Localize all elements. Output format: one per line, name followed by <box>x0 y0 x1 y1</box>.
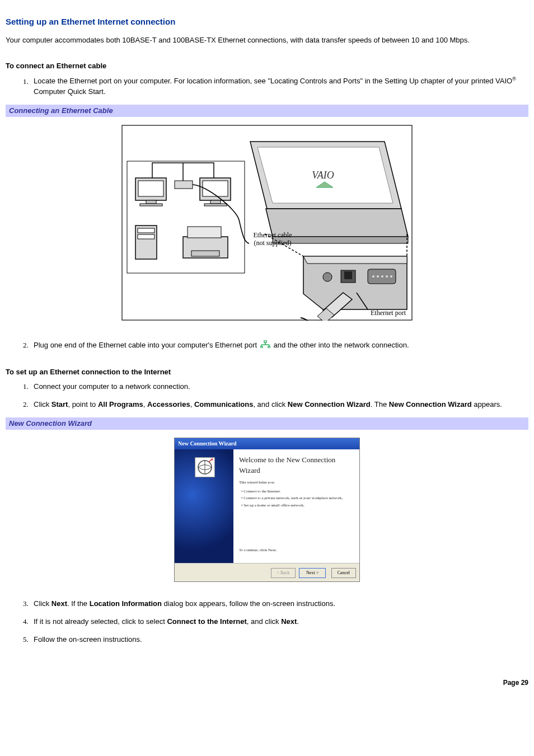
s1-step2-a: Plug one end of the Ethernet cable into … <box>34 341 259 349</box>
svg-text:VAIO: VAIO <box>312 170 334 181</box>
s2-step1: Connect your computer to a network conne… <box>30 382 528 392</box>
svg-text:Ethernet port: Ethernet port <box>371 309 406 317</box>
svg-rect-31 <box>264 340 266 342</box>
s2-step2: Click Start, point to All Programs, Acce… <box>30 400 528 410</box>
figure-wizard: New Connection Wizard Welcome to the New… <box>6 438 528 581</box>
svg-point-21 <box>372 275 374 278</box>
registered-mark: ® <box>512 76 516 82</box>
svg-rect-15 <box>138 228 154 233</box>
page-title: Setting up an Ethernet Internet connecti… <box>6 16 528 27</box>
svg-point-24 <box>386 275 388 278</box>
svg-rect-9 <box>140 204 162 206</box>
page-number: Page 29 <box>6 678 528 688</box>
s2-step5: Follow the on-screen instructions. <box>30 635 528 645</box>
section1-heading: To connect an Ethernet cable <box>6 61 528 71</box>
svg-rect-27 <box>344 271 352 279</box>
svg-rect-12 <box>210 200 221 204</box>
intro-paragraph: Your computer accommodates both 10BASE-T… <box>6 35 528 45</box>
svg-rect-16 <box>138 234 154 239</box>
s1-step2: Plug one end of the Ethernet cable into … <box>30 340 528 351</box>
wizard-helps: This wizard helps you: <box>239 480 354 486</box>
ethernet-port-icon <box>260 340 270 351</box>
wizard-cancel-button[interactable]: Cancel <box>331 568 356 577</box>
s1-step2-b: and the other into the network connectio… <box>273 341 409 349</box>
svg-rect-5 <box>175 181 193 189</box>
svg-point-25 <box>390 275 392 278</box>
svg-rect-18 <box>188 227 221 238</box>
svg-rect-36 <box>260 346 263 348</box>
s1-step1-text-a: Locate the Ethernet port on your compute… <box>34 77 512 86</box>
wizard-back-button[interactable]: < Back <box>271 568 296 577</box>
svg-rect-37 <box>268 346 270 348</box>
svg-rect-7 <box>138 181 163 196</box>
cable-label: Ethernet cable (not supplied) <box>247 231 298 265</box>
svg-rect-8 <box>146 200 156 204</box>
section2-heading: To set up an Ethernet connection to the … <box>6 367 528 377</box>
s1-step1-text-b: Computer Quick Start. <box>34 87 106 96</box>
wizard-next-button[interactable]: Next > <box>299 568 326 577</box>
svg-rect-13 <box>204 204 227 206</box>
svg-rect-11 <box>203 181 228 196</box>
s1-step1: Locate the Ethernet port on your compute… <box>30 76 528 97</box>
wizard-continue: To continue, click Next. <box>239 548 354 553</box>
svg-point-22 <box>377 275 379 278</box>
figure1-caption: Connecting an Ethernet Cable <box>6 105 528 117</box>
figure2-caption: New Connection Wizard <box>6 417 528 430</box>
figure-ethernet-cable: VAIO <box>6 125 528 323</box>
wizard-globe-icon <box>195 457 215 477</box>
svg-point-23 <box>381 275 383 278</box>
svg-point-28 <box>323 273 332 281</box>
s2-step4: If it is not already selected, click to … <box>30 617 528 627</box>
wizard-heading: Welcome to the New Connection Wizard <box>239 455 354 475</box>
svg-rect-19 <box>191 251 219 256</box>
s2-step3: Click Next. If the Location Information … <box>30 599 528 609</box>
wizard-titlebar: New Connection Wizard <box>175 438 359 449</box>
